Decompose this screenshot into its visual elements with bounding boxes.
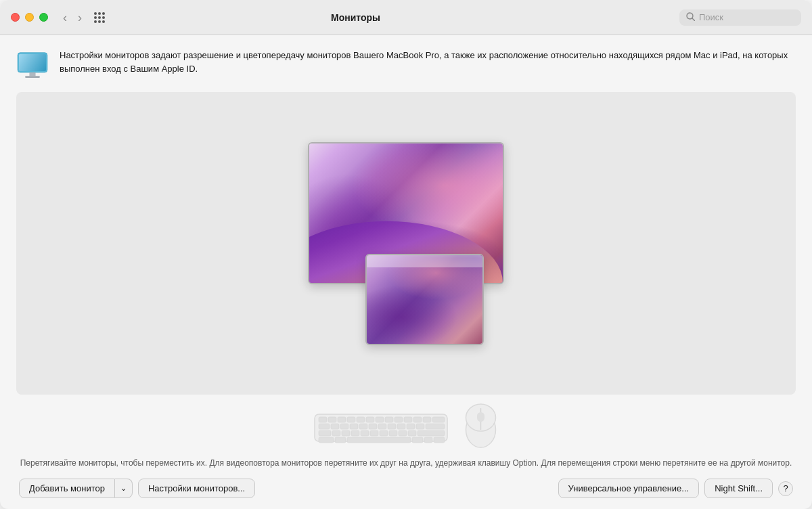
svg-rect-28 bbox=[397, 424, 405, 429]
window-title: Мониторы bbox=[32, 12, 679, 23]
svg-rect-22 bbox=[340, 424, 348, 429]
svg-rect-14 bbox=[385, 417, 393, 422]
monitor-icon bbox=[16, 51, 49, 81]
svg-rect-7 bbox=[319, 417, 327, 422]
svg-rect-12 bbox=[366, 417, 374, 422]
svg-rect-41 bbox=[408, 430, 416, 436]
svg-rect-40 bbox=[399, 430, 407, 436]
display-settings-button[interactable]: Настройки мониторов... bbox=[138, 479, 255, 498]
svg-rect-3 bbox=[19, 54, 46, 71]
svg-rect-25 bbox=[369, 424, 377, 429]
svg-rect-9 bbox=[338, 417, 346, 422]
svg-rect-23 bbox=[350, 424, 358, 429]
svg-line-1 bbox=[692, 18, 695, 21]
mouse-icon bbox=[462, 403, 499, 450]
svg-rect-32 bbox=[319, 430, 331, 436]
small-menubar bbox=[367, 255, 482, 267]
svg-rect-20 bbox=[319, 424, 330, 429]
add-monitor-dropdown[interactable]: ⌄ bbox=[115, 479, 133, 498]
secondary-display[interactable] bbox=[365, 254, 484, 345]
svg-rect-18 bbox=[423, 417, 431, 422]
add-monitor-button[interactable]: Добавить монитор bbox=[19, 479, 115, 498]
info-description: Настройки мониторов задают разрешение и … bbox=[60, 49, 796, 75]
chevron-down-icon: ⌄ bbox=[120, 484, 127, 492]
svg-rect-47 bbox=[424, 437, 432, 443]
display-arrangement-area[interactable] bbox=[16, 92, 796, 395]
bottom-bar: Добавить монитор ⌄ Настройки мониторов..… bbox=[16, 479, 796, 498]
hint-text: Перетягивайте мониторы, чтобы переместит… bbox=[16, 457, 796, 469]
peripherals-row bbox=[16, 403, 796, 450]
svg-rect-30 bbox=[416, 424, 424, 429]
svg-rect-27 bbox=[388, 424, 396, 429]
close-button[interactable] bbox=[11, 13, 20, 22]
monitors-container bbox=[277, 142, 535, 345]
svg-rect-10 bbox=[347, 417, 355, 422]
secondary-wallpaper bbox=[367, 255, 482, 344]
svg-rect-34 bbox=[342, 430, 350, 436]
svg-rect-11 bbox=[357, 417, 365, 422]
svg-rect-48 bbox=[434, 437, 445, 443]
search-icon bbox=[686, 12, 695, 23]
main-window: ‹ › Мониторы bbox=[0, 0, 812, 509]
svg-rect-45 bbox=[347, 437, 411, 443]
svg-rect-46 bbox=[412, 437, 423, 443]
search-input[interactable] bbox=[699, 12, 787, 22]
add-monitor-group: Добавить монитор ⌄ bbox=[19, 479, 133, 498]
svg-rect-24 bbox=[359, 424, 367, 429]
svg-rect-37 bbox=[370, 430, 378, 436]
night-shift-button[interactable]: Night Shift... bbox=[704, 479, 773, 498]
svg-rect-15 bbox=[394, 417, 403, 422]
svg-rect-4 bbox=[29, 72, 35, 76]
svg-rect-29 bbox=[407, 424, 415, 429]
svg-rect-5 bbox=[25, 76, 40, 78]
svg-rect-21 bbox=[331, 424, 339, 429]
svg-rect-36 bbox=[361, 430, 369, 436]
svg-rect-31 bbox=[426, 424, 445, 429]
keyboard-icon bbox=[313, 406, 449, 447]
search-box[interactable] bbox=[679, 9, 801, 26]
svg-rect-52 bbox=[477, 412, 484, 422]
svg-rect-38 bbox=[380, 430, 388, 436]
svg-rect-43 bbox=[319, 437, 334, 443]
titlebar: ‹ › Мониторы bbox=[0, 0, 812, 35]
svg-rect-44 bbox=[335, 437, 346, 443]
svg-rect-16 bbox=[404, 417, 412, 422]
content-area: Настройки мониторов задают разрешение и … bbox=[0, 35, 812, 509]
help-button[interactable]: ? bbox=[778, 481, 793, 496]
svg-rect-33 bbox=[332, 430, 340, 436]
svg-rect-42 bbox=[418, 430, 445, 436]
svg-rect-19 bbox=[432, 417, 445, 422]
info-row: Настройки мониторов задают разрешение и … bbox=[16, 49, 796, 81]
svg-rect-35 bbox=[351, 430, 359, 436]
universal-control-button[interactable]: Универсальное управление... bbox=[558, 479, 700, 498]
svg-rect-26 bbox=[378, 424, 386, 429]
svg-rect-17 bbox=[413, 417, 422, 422]
svg-rect-39 bbox=[389, 430, 397, 436]
svg-rect-13 bbox=[376, 417, 384, 422]
svg-rect-8 bbox=[328, 417, 336, 422]
